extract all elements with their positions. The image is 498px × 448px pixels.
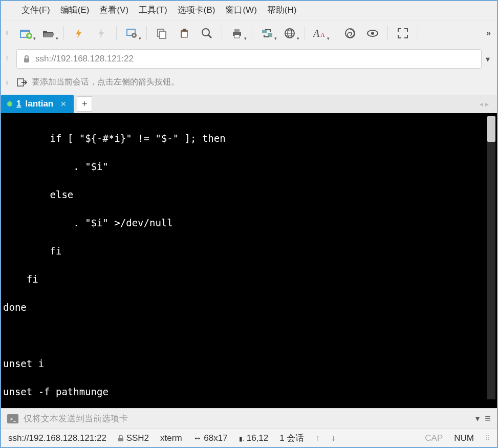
toolbar-separator <box>335 26 335 40</box>
search-icon <box>201 27 213 39</box>
address-grip[interactable]: ⠿⠿ <box>6 57 9 61</box>
svg-rect-13 <box>234 29 240 32</box>
lightning-icon <box>73 28 85 39</box>
toolbar-grip[interactable]: ⠿⠿ <box>6 31 9 35</box>
svg-text:A: A <box>313 28 320 39</box>
terminal-line: else <box>3 189 73 200</box>
disconnect-button[interactable] <box>93 25 110 42</box>
menu-tools[interactable]: 工具(T) <box>139 4 167 16</box>
tab-prev-icon[interactable]: ◂ <box>480 100 483 108</box>
button-b[interactable] <box>364 25 381 42</box>
folder-open-icon <box>42 28 55 39</box>
terminal-scrollbar[interactable] <box>487 116 495 399</box>
toolbar-separator <box>387 26 388 40</box>
svg-rect-1 <box>20 30 30 32</box>
svg-text:A: A <box>320 31 325 38</box>
status-capslock: CAP <box>425 433 443 443</box>
lightning-off-icon <box>95 28 107 39</box>
input-dropdown-icon[interactable]: ▾ <box>475 414 480 423</box>
font-icon: AA <box>313 28 327 39</box>
svg-rect-9 <box>183 29 186 31</box>
terminal-line: . "$i" >/dev/null <box>3 217 173 228</box>
font-button[interactable]: AA <box>311 25 329 42</box>
status-connection: ssh://192.168.128.121:22 <box>8 433 106 443</box>
swirl-icon <box>344 27 356 39</box>
gear-screen-icon <box>125 27 138 39</box>
printer-icon <box>231 28 243 39</box>
menu-tabs[interactable]: 选项卡(B) <box>178 4 215 16</box>
tab-title: lantian <box>25 99 53 109</box>
toolbar-separator <box>222 26 222 40</box>
svg-rect-24 <box>24 58 29 62</box>
transfer-icon <box>261 28 273 39</box>
status-size: ↔ 68x17 <box>193 433 228 443</box>
tabs-bar: 1 lantian ✕ + ◂ ▸ <box>1 95 497 113</box>
svg-rect-14 <box>234 35 240 38</box>
new-session-button[interactable] <box>17 25 35 42</box>
toolbar-separator <box>63 26 64 40</box>
toolbar-overflow-button[interactable]: » <box>483 29 494 38</box>
find-button[interactable] <box>198 25 215 42</box>
add-session-arrow-icon[interactable] <box>16 77 28 88</box>
tab-number: 1 <box>16 99 21 109</box>
add-tab-button[interactable]: + <box>77 96 92 112</box>
tab-close-icon[interactable]: ✕ <box>60 100 67 108</box>
menu-bar: 文件(F) 编辑(E) 查看(V) 工具(T) 选项卡(B) 窗口(W) 帮助(… <box>1 1 497 20</box>
address-bar[interactable]: ssh://192.168.128.121:22 <box>16 49 482 69</box>
main-toolbar: AA <box>14 22 483 45</box>
scrollbar-thumb[interactable] <box>487 116 495 142</box>
terminal-line: done <box>3 302 27 313</box>
menu-edit[interactable]: 编辑(E) <box>60 4 90 16</box>
status-termtype: xterm <box>160 433 182 443</box>
resize-grip-icon[interactable]: ⠿ <box>485 436 490 440</box>
status-position: ▮. 16,12 <box>239 433 269 443</box>
button-a[interactable] <box>341 25 359 42</box>
new-tab-icon <box>19 28 33 39</box>
session-tab-1[interactable]: 1 lantian ✕ <box>1 95 74 113</box>
copy-icon <box>156 28 167 39</box>
menu-view[interactable]: 查看(V) <box>99 4 128 16</box>
menu-window[interactable]: 窗口(W) <box>225 4 256 16</box>
reconnect-button[interactable] <box>70 25 88 42</box>
command-input[interactable]: 仅将文本发送到当前选项卡 <box>24 413 470 424</box>
svg-rect-26 <box>118 438 123 441</box>
status-sessions: 1 会话 <box>279 432 304 444</box>
status-protocol: SSH2 <box>118 433 149 443</box>
terminal-line: fi <box>3 245 61 257</box>
command-input-bar: >_ 仅将文本发送到当前选项卡 ▾ ≡ <box>1 408 497 429</box>
globe-icon <box>284 27 296 39</box>
lock-icon <box>118 435 124 442</box>
toolbar-separator <box>116 26 117 40</box>
svg-point-21 <box>345 29 355 38</box>
address-dropdown-icon[interactable]: ▾ <box>486 54 490 64</box>
paste-icon <box>179 28 190 39</box>
menu-help[interactable]: 帮助(H) <box>267 4 297 16</box>
globe-button[interactable] <box>281 25 298 42</box>
toolbar-separator <box>252 26 252 40</box>
svg-point-23 <box>371 32 374 35</box>
terminal-pane[interactable]: if [ "${-#*i}" != "$-" ]; then . "$i" el… <box>1 113 497 408</box>
terminal-line: fi <box>3 273 38 285</box>
hint-grip[interactable]: ⠿⠿ <box>6 81 9 86</box>
status-bar: ssh://192.168.128.121:22 SSH2 xterm ↔ 68… <box>1 429 497 447</box>
print-button[interactable] <box>228 25 246 42</box>
upload-icon[interactable]: ↑ <box>315 433 320 443</box>
fullscreen-button[interactable] <box>394 25 412 42</box>
paste-button[interactable] <box>176 25 193 42</box>
settings-button[interactable] <box>123 25 140 42</box>
terminal-line: if [ "${-#*i}" != "$-" ]; then <box>3 133 226 144</box>
menu-file[interactable]: 文件(F) <box>21 4 50 16</box>
connection-status-icon <box>7 101 12 106</box>
eye-icon <box>366 27 379 39</box>
input-menu-icon[interactable]: ≡ <box>485 413 491 424</box>
tab-next-icon[interactable]: ▸ <box>485 100 489 108</box>
toolbar-separator <box>305 26 305 40</box>
open-folder-button[interactable] <box>40 25 57 42</box>
download-icon[interactable]: ↓ <box>331 433 336 443</box>
svg-rect-16 <box>268 33 272 37</box>
toolbar-separator <box>146 26 147 40</box>
terminal-line: . "$i" <box>3 161 109 172</box>
transfer-button[interactable] <box>258 25 276 42</box>
lock-icon <box>23 55 30 63</box>
copy-button[interactable] <box>153 25 170 42</box>
